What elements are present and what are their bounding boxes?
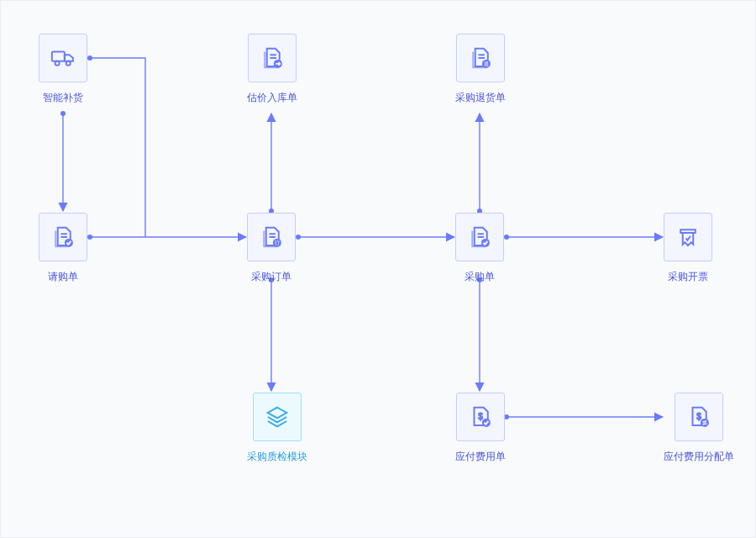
- svg-text:$: $: [696, 412, 701, 421]
- node-label: 估价入库单: [247, 91, 297, 105]
- node-purchase[interactable]: 采购单: [455, 213, 504, 284]
- node-requisition[interactable]: 请购单: [39, 213, 87, 284]
- node-label: 采购单: [465, 270, 495, 284]
- doc-money-swap-icon: $: [675, 393, 723, 441]
- node-label: 应付费用分配单: [664, 450, 734, 464]
- doc-money-check-icon: $: [456, 393, 505, 441]
- svg-point-16: [504, 235, 509, 240]
- node-label: 采购开票: [668, 270, 708, 284]
- svg-point-10: [296, 235, 301, 240]
- node-purchase-invoicing[interactable]: 采购开票: [664, 213, 712, 284]
- flow-canvas: 智能补货 估价入库单 退 采购退货单: [1, 1, 755, 537]
- node-payable[interactable]: $ 应付费用单: [455, 393, 506, 464]
- svg-text:$: $: [478, 412, 483, 421]
- node-valuation-inbound[interactable]: 估价入库单: [247, 34, 297, 105]
- svg-point-20: [55, 61, 60, 66]
- truck-icon: [39, 34, 87, 82]
- doc-check-icon: [455, 213, 504, 261]
- receipt-icon: [664, 213, 712, 261]
- node-purchase-order[interactable]: 订 采购订单: [247, 213, 296, 284]
- doc-arrow-icon: [248, 34, 297, 82]
- svg-text:退: 退: [484, 61, 489, 66]
- node-label: 智能补货: [43, 91, 83, 105]
- doc-return-icon: 退: [456, 34, 505, 82]
- node-purchase-return[interactable]: 退 采购退货单: [455, 34, 506, 105]
- node-label: 采购订单: [251, 270, 291, 284]
- node-label: 应付费用单: [455, 450, 506, 464]
- svg-point-4: [87, 55, 92, 61]
- svg-point-1: [60, 111, 66, 116]
- svg-rect-19: [52, 52, 65, 61]
- doc-check-icon: [39, 213, 87, 261]
- doc-order-icon: 订: [247, 213, 296, 261]
- svg-point-21: [66, 61, 71, 66]
- node-smart-restock[interactable]: 智能补货: [39, 34, 87, 105]
- node-label: 请购单: [48, 270, 78, 284]
- node-label: 采购退货单: [455, 91, 506, 105]
- connector-layer: [1, 1, 756, 538]
- stack-icon: [253, 393, 302, 441]
- node-label: 采购质检模块: [247, 450, 307, 464]
- node-qc-module[interactable]: 采购质检模块: [247, 393, 307, 464]
- svg-text:订: 订: [275, 240, 280, 245]
- svg-point-42: [701, 419, 709, 427]
- node-payable-alloc[interactable]: $ 应付费用分配单: [664, 393, 734, 464]
- svg-point-3: [87, 235, 92, 240]
